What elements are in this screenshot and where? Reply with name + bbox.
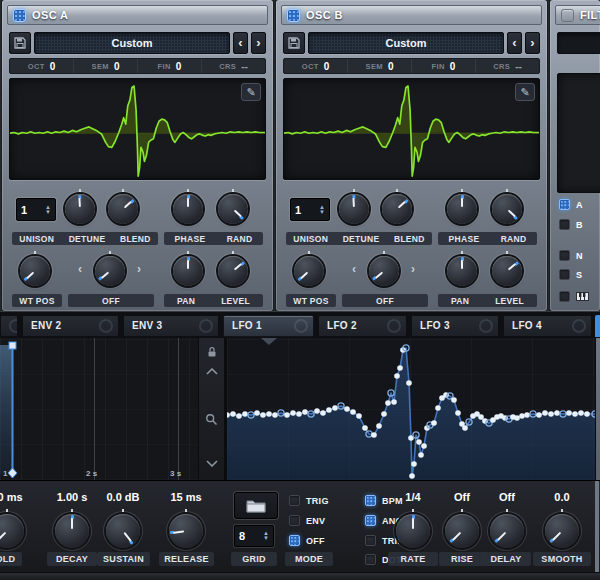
osc-a-save-button[interactable] — [9, 32, 31, 54]
osc-a-warp-next-icon[interactable]: › — [137, 262, 141, 276]
filter-enable-led-icon[interactable] — [561, 9, 574, 22]
lfo-point-handle[interactable] — [478, 414, 484, 420]
osc-a-crs-field[interactable]: CRS-- — [202, 59, 265, 73]
checkbox-icon[interactable] — [365, 535, 376, 546]
lfo-point-handle[interactable] — [431, 420, 437, 426]
rise-knob[interactable] — [445, 514, 479, 548]
osc-b-crs-field[interactable]: CRS-- — [476, 59, 539, 73]
lfo-point-handle[interactable] — [406, 380, 412, 386]
osc-a-warp-prev-icon[interactable]: ‹ — [78, 262, 82, 276]
tab-env3[interactable]: ENV 3 — [123, 315, 219, 337]
osc-a-wavetable-select[interactable]: Custom — [34, 32, 230, 54]
filter-route-sub[interactable]: S — [559, 269, 600, 280]
lfo-point-handle[interactable] — [326, 407, 332, 413]
tab-lfo2[interactable]: LFO 2 — [318, 315, 407, 337]
filter-route-osc-a[interactable]: A — [559, 199, 600, 210]
osc-b-wtpos-knob[interactable] — [294, 256, 324, 286]
osc-a-enable-led-icon[interactable] — [13, 9, 26, 22]
checkbox-icon[interactable] — [559, 250, 570, 261]
lfo-point-handle[interactable] — [462, 425, 468, 431]
checkbox-icon[interactable] — [365, 515, 376, 526]
osc-a-waveform-display[interactable]: ✎ — [9, 78, 266, 180]
stepper-arrows-icon[interactable]: ▲▼ — [263, 531, 269, 541]
osc-a-wtpos-knob[interactable] — [20, 256, 50, 286]
tab-env2[interactable]: ENV 2 — [22, 315, 119, 337]
lfo-grid-stepper[interactable]: 8 ▲▼ — [234, 525, 274, 547]
filter-route-noise[interactable]: N — [559, 250, 600, 261]
checkbox-icon[interactable] — [559, 269, 570, 280]
lfo-off-option[interactable]: OFF — [289, 535, 325, 546]
lfo-point-handle[interactable] — [421, 443, 427, 449]
checkbox-icon[interactable] — [365, 554, 376, 565]
filter-keytrack-toggle[interactable] — [559, 291, 600, 302]
chevron-down-icon[interactable] — [206, 460, 218, 467]
envelope-display[interactable]: 1 2 s 3 s — [0, 338, 198, 480]
osc-b-save-button[interactable] — [283, 32, 305, 54]
lfo-point-handle[interactable] — [536, 412, 542, 418]
magnifier-zoom-icon[interactable] — [205, 413, 218, 426]
release-knob[interactable] — [169, 514, 203, 548]
osc-a-phase-knob[interactable] — [173, 194, 203, 224]
osc-b-pan-knob[interactable] — [447, 256, 477, 286]
lfo-point-handle[interactable] — [397, 365, 403, 371]
lfo-point-handle[interactable] — [578, 410, 584, 416]
lfo-trig-option[interactable]: TRIG — [289, 495, 329, 506]
stepper-arrows-icon[interactable]: ▲▼ — [319, 205, 325, 215]
osc-a-prev-wavetable-button[interactable]: ‹ — [233, 32, 248, 54]
osc-b-warp-prev-icon[interactable]: ‹ — [352, 262, 356, 276]
osc-b-warp-knob[interactable] — [369, 256, 399, 286]
lfo-point-handle[interactable] — [451, 397, 457, 403]
lfo-point-handle[interactable] — [554, 410, 560, 416]
osc-b-warp-next-icon[interactable]: › — [411, 262, 415, 276]
lfo-point-handle[interactable] — [290, 410, 296, 416]
lfo-env-option[interactable]: ENV — [289, 515, 325, 526]
osc-b-sem-field[interactable]: SEM0 — [348, 59, 412, 73]
lfo-point-handle[interactable] — [411, 461, 417, 467]
lfo-point-handle[interactable] — [416, 439, 422, 445]
lfo-point-handle[interactable] — [362, 425, 368, 431]
lfo-point-handle[interactable] — [254, 410, 260, 416]
lfo-point-handle[interactable] — [356, 413, 362, 419]
osc-b-enable-led-icon[interactable] — [287, 9, 300, 22]
osc-b-wavetable-select[interactable]: Custom — [308, 32, 504, 54]
sustain-knob[interactable] — [106, 514, 140, 548]
lfo-point-handle[interactable] — [391, 399, 397, 405]
lfo-point-handle[interactable] — [272, 412, 278, 418]
lfo-point-handle[interactable] — [394, 373, 400, 379]
osc-b-blend-knob[interactable] — [382, 194, 412, 224]
lfo-point-handle[interactable] — [524, 412, 530, 418]
osc-b-level-knob[interactable] — [492, 256, 522, 286]
lfo-point-handle[interactable] — [542, 410, 548, 416]
smooth-knob[interactable] — [545, 514, 579, 548]
osc-a-rand-knob[interactable] — [218, 194, 248, 224]
lfo-preset-folder-button[interactable] — [234, 492, 278, 519]
osc-b-oct-field[interactable]: OCT0 — [284, 59, 348, 73]
rate-knob[interactable] — [396, 514, 430, 548]
lfo-point-handle[interactable] — [242, 411, 248, 417]
lfo-point-handle[interactable] — [376, 423, 382, 429]
checkbox-icon[interactable] — [289, 535, 300, 546]
lfo-point-handle[interactable] — [314, 408, 320, 414]
lfo-point-handle[interactable] — [519, 413, 525, 419]
osc-a-detune-knob[interactable] — [65, 194, 95, 224]
checkbox-icon[interactable] — [289, 515, 300, 526]
lfo-point-handle[interactable] — [296, 411, 302, 417]
lock-icon[interactable] — [206, 346, 218, 358]
tab-lfo4[interactable]: LFO 4 — [503, 315, 592, 337]
lfo-point-handle[interactable] — [320, 410, 326, 416]
lfo-point-handle[interactable] — [572, 411, 578, 417]
osc-b-fin-field[interactable]: FIN0 — [412, 59, 476, 73]
lfo-point-handle[interactable] — [371, 432, 377, 438]
lfo-shape-display[interactable] — [227, 338, 595, 480]
lfo-point-handle[interactable] — [584, 411, 590, 417]
osc-a-warp-knob[interactable] — [95, 256, 125, 286]
filter-type-select[interactable] — [557, 32, 600, 54]
lfo-point-handle[interactable] — [236, 413, 242, 419]
checkbox-icon[interactable] — [559, 291, 570, 302]
lfo-point-handle[interactable] — [332, 405, 338, 411]
lfo-point-handle[interactable] — [266, 411, 272, 417]
delay-knob[interactable] — [490, 514, 524, 548]
lfo-point-handle[interactable] — [381, 411, 387, 417]
chevron-up-icon[interactable] — [206, 368, 218, 375]
filter-curve-display[interactable] — [557, 73, 600, 193]
